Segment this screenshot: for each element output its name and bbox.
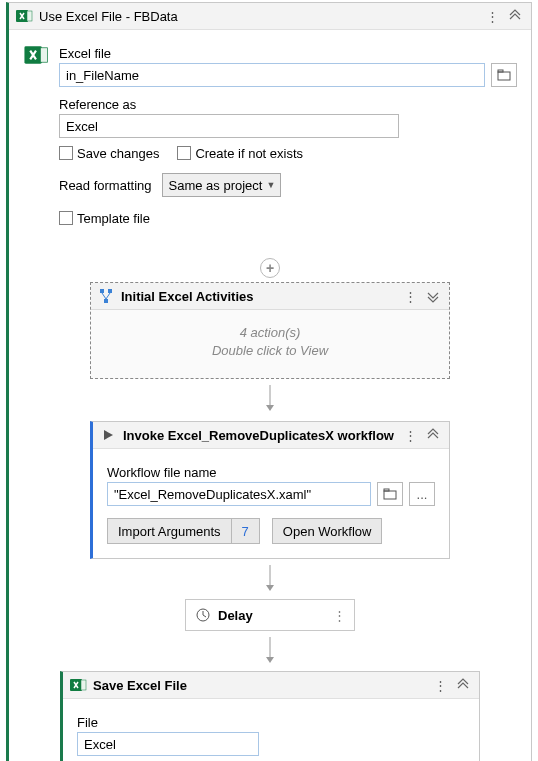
svg-rect-12 <box>384 491 396 499</box>
excel-file-input[interactable] <box>59 63 485 87</box>
initial-excel-activities-activity[interactable]: Initial Excel Activities ⋮ 4 action(s) D… <box>90 282 450 379</box>
browse-folder-button[interactable] <box>491 63 517 87</box>
browse-folder-button[interactable] <box>377 482 403 506</box>
more-icon[interactable]: ⋮ <box>333 608 346 623</box>
delay-activity[interactable]: Delay ⋮ <box>185 599 355 631</box>
panel-title: Initial Excel Activities <box>121 289 398 304</box>
panel-title: Delay <box>218 608 253 623</box>
read-formatting-label: Read formatting <box>59 178 152 193</box>
import-arguments-button[interactable]: Import Arguments <box>107 518 232 544</box>
svg-rect-4 <box>498 72 510 80</box>
more-icon[interactable]: ⋮ <box>486 9 499 24</box>
excel-file-label: Excel file <box>59 46 517 61</box>
expand-icon[interactable] <box>427 289 439 304</box>
save-changes-checkbox[interactable]: Save changes <box>59 146 159 161</box>
save-excel-file-activity[interactable]: Save Excel File ⋮ File <box>60 671 480 761</box>
read-formatting-dropdown[interactable]: Same as project <box>162 173 282 197</box>
flow-arrow-icon <box>264 385 276 413</box>
collapsed-info[interactable]: 4 action(s) Double click to View <box>91 310 449 378</box>
excel-icon <box>15 7 33 25</box>
svg-rect-1 <box>27 11 32 21</box>
svg-marker-15 <box>266 585 274 591</box>
use-excel-file-activity[interactable]: Use Excel File - FBData ⋮ Excel file <box>6 2 532 761</box>
panel-header[interactable]: Invoke Excel_RemoveDuplicatesX workflow … <box>93 422 449 449</box>
reference-as-input[interactable] <box>59 114 399 138</box>
svg-marker-10 <box>266 405 274 411</box>
flow-arrow-icon <box>264 637 276 665</box>
file-input[interactable] <box>77 732 259 756</box>
excel-icon <box>23 42 49 68</box>
file-label: File <box>77 715 465 730</box>
panel-title: Save Excel File <box>93 678 428 693</box>
panel-body: Excel file Reference as Save changes Cre… <box>9 30 531 761</box>
panel-header[interactable]: Save Excel File ⋮ <box>63 672 479 699</box>
play-icon <box>99 426 117 444</box>
more-icon[interactable]: ⋮ <box>404 289 417 304</box>
reference-as-label: Reference as <box>59 97 517 112</box>
excel-icon <box>69 676 87 694</box>
template-file-checkbox[interactable]: Template file <box>59 211 150 226</box>
svg-rect-8 <box>104 299 108 303</box>
collapse-icon[interactable] <box>509 9 521 24</box>
workflow-file-name-label: Workflow file name <box>107 465 435 480</box>
more-icon[interactable]: ⋮ <box>434 678 447 693</box>
svg-marker-11 <box>104 430 113 440</box>
sequence-icon <box>97 287 115 305</box>
svg-rect-7 <box>108 289 112 293</box>
panel-title: Invoke Excel_RemoveDuplicatesX workflow <box>123 428 398 443</box>
flow-arrow-icon <box>264 565 276 593</box>
add-activity-button[interactable]: + <box>260 258 280 278</box>
svg-marker-20 <box>266 657 274 663</box>
panel-title: Use Excel File - FBData <box>39 9 480 24</box>
svg-rect-13 <box>384 489 389 491</box>
more-icon[interactable]: ⋮ <box>404 428 417 443</box>
arguments-count-badge[interactable]: 7 <box>232 518 260 544</box>
create-if-not-exists-checkbox[interactable]: Create if not exists <box>177 146 303 161</box>
svg-rect-3 <box>40 48 47 62</box>
svg-rect-22 <box>81 680 86 690</box>
panel-header[interactable]: Use Excel File - FBData ⋮ <box>9 3 531 30</box>
open-workflow-button[interactable]: Open Workflow <box>272 518 383 544</box>
collapse-icon[interactable] <box>457 678 469 693</box>
svg-rect-6 <box>100 289 104 293</box>
svg-rect-5 <box>498 70 503 72</box>
clock-icon <box>194 606 212 624</box>
more-options-button[interactable]: ... <box>409 482 435 506</box>
invoke-workflow-activity[interactable]: Invoke Excel_RemoveDuplicatesX workflow … <box>90 421 450 559</box>
svg-line-18 <box>203 615 206 617</box>
workflow-file-name-input[interactable] <box>107 482 371 506</box>
collapse-icon[interactable] <box>427 428 439 443</box>
panel-header[interactable]: Initial Excel Activities ⋮ <box>91 283 449 310</box>
